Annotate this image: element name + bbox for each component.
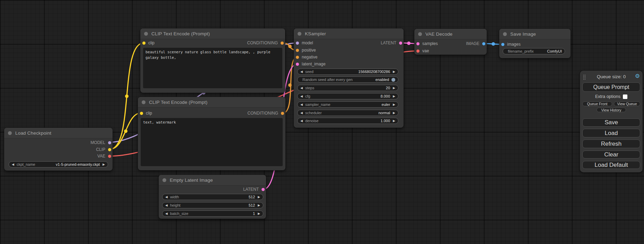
image-port-icon[interactable] — [501, 43, 504, 46]
load-button[interactable]: Load — [582, 129, 640, 137]
latent-port-icon[interactable] — [296, 63, 299, 66]
extra-options-checkbox[interactable] — [623, 94, 627, 99]
toggle-icon[interactable] — [391, 78, 395, 82]
widget-next-icon[interactable]: ▶ — [258, 196, 260, 199]
widget-prev-icon[interactable]: ◀ — [12, 163, 14, 166]
latent-port-icon[interactable] — [262, 188, 265, 191]
node-empty-latent-image[interactable]: Empty Latent Image LATENT ◀ width 512 ▶ … — [159, 175, 266, 219]
output-image[interactable]: IMAGE — [466, 41, 485, 46]
latent-port-icon[interactable] — [416, 42, 420, 45]
steps-widget[interactable]: ◀ steps 20 ▶ — [297, 85, 398, 91]
conditioning-port-icon[interactable] — [296, 49, 299, 52]
height-widget[interactable]: ◀ height 512 ▶ — [162, 202, 263, 208]
output-clip[interactable]: CLIP — [96, 147, 111, 152]
vae-port-icon[interactable] — [108, 155, 111, 158]
sampler-name-widget[interactable]: ◀ sampler_name euler ▶ — [297, 101, 398, 108]
collapse-dot-icon[interactable] — [162, 178, 166, 182]
batch-size-widget[interactable]: ◀ batch_size 1 ▶ — [162, 210, 263, 217]
clear-button[interactable]: Clear — [582, 151, 640, 159]
node-clip-text-encode-positive[interactable]: CLIP Text Encode (Prompt) clip CONDITION… — [140, 28, 285, 93]
save-button[interactable]: Save — [582, 118, 640, 127]
input-negative[interactable]: negative — [296, 55, 317, 60]
cfg-widget[interactable]: ◀ cfg 8.000 ▶ — [297, 93, 398, 99]
output-latent[interactable]: LATENT — [243, 187, 265, 192]
output-model[interactable]: MODEL — [90, 140, 111, 145]
node-vae-decode[interactable]: VAE Decode samples vae IMAGE — [414, 29, 487, 55]
node-title-bar[interactable]: Save Image — [499, 29, 571, 39]
queue-front-button[interactable]: Queue Front — [582, 101, 612, 106]
collapse-dot-icon[interactable] — [144, 32, 148, 36]
ckpt-name-widget[interactable]: ◀ ckpt_name v1-5-pruned-emaonly.ckpt ▶ — [9, 161, 108, 168]
node-title-bar[interactable]: KSampler — [294, 28, 404, 39]
widget-prev-icon[interactable]: ◀ — [300, 95, 303, 98]
widget-prev-icon[interactable]: ◀ — [165, 204, 168, 207]
scheduler-widget[interactable]: ◀ scheduler normal ▶ — [297, 110, 398, 116]
collapse-dot-icon[interactable] — [142, 100, 145, 104]
view-queue-button[interactable]: View Queue — [614, 101, 640, 106]
node-title-bar[interactable]: Load Checkpoint — [4, 128, 113, 138]
width-widget[interactable]: ◀ width 512 ▶ — [162, 194, 263, 200]
queue-prompt-button[interactable]: Queue Prompt — [582, 82, 640, 92]
seed-widget[interactable]: ◀ seed 156680208700286 ▶ — [297, 69, 398, 75]
clip-port-icon[interactable] — [140, 112, 143, 115]
prompt-textarea[interactable]: beautiful scenery nature glass bottle la… — [143, 48, 282, 88]
model-port-icon[interactable] — [296, 42, 299, 45]
node-ksampler[interactable]: KSampler model positive negative latent_… — [294, 28, 404, 128]
prompt-textarea[interactable]: text, watermark — [141, 118, 283, 166]
widget-next-icon[interactable]: ▶ — [393, 95, 395, 98]
widget-next-icon[interactable]: ▶ — [393, 103, 395, 106]
node-title-bar[interactable]: CLIP Text Encode (Prompt) — [140, 28, 285, 39]
widget-next-icon[interactable]: ▶ — [258, 212, 260, 215]
widget-prev-icon[interactable]: ◀ — [300, 119, 303, 123]
output-latent[interactable]: LATENT — [381, 40, 402, 45]
input-clip[interactable]: clip — [140, 111, 152, 116]
collapse-dot-icon[interactable] — [503, 32, 507, 36]
node-title-bar[interactable]: Empty Latent Image — [159, 175, 266, 186]
image-port-icon[interactable] — [482, 42, 485, 45]
collapse-dot-icon[interactable] — [8, 131, 12, 135]
output-conditioning[interactable]: CONDITIONING — [247, 40, 284, 45]
vae-port-icon[interactable] — [416, 49, 420, 53]
widget-prev-icon[interactable]: ◀ — [300, 111, 303, 115]
widget-prev-icon[interactable]: ◀ — [300, 70, 303, 73]
input-model[interactable]: model — [296, 40, 313, 45]
comfyui-canvas[interactable]: { "port_colors": { "model": "#b39ddb", "… — [0, 0, 644, 244]
queue-panel[interactable]: Queue size: 0 ⚙ Queue Prompt Extra optio… — [580, 71, 643, 172]
clip-port-icon[interactable] — [142, 42, 145, 45]
widget-next-icon[interactable]: ▶ — [393, 87, 395, 90]
clip-port-icon[interactable] — [108, 148, 111, 151]
model-port-icon[interactable] — [108, 141, 111, 144]
node-clip-text-encode-negative[interactable]: CLIP Text Encode (Prompt) clip CONDITION… — [138, 97, 285, 170]
widget-prev-icon[interactable]: ◀ — [165, 196, 168, 199]
gear-icon[interactable]: ⚙ — [635, 73, 640, 79]
random-seed-widget[interactable]: Random seed after every gen enabled — [297, 76, 398, 83]
input-positive[interactable]: positive — [296, 48, 316, 53]
refresh-button[interactable]: Refresh — [582, 139, 640, 148]
widget-next-icon[interactable]: ▶ — [393, 111, 395, 115]
input-samples[interactable]: samples — [416, 41, 438, 46]
node-save-image[interactable]: Save Image images filename_prefix ComfyU… — [499, 29, 571, 58]
widget-prev-icon[interactable]: ◀ — [165, 212, 168, 215]
filename-prefix-widget[interactable]: filename_prefix ComfyUI — [503, 48, 565, 54]
latent-port-icon[interactable] — [399, 42, 402, 45]
input-vae[interactable]: vae — [416, 48, 429, 53]
collapse-dot-icon[interactable] — [298, 32, 301, 36]
conditioning-port-icon[interactable] — [281, 42, 284, 45]
load-default-button[interactable]: Load Default — [582, 161, 640, 169]
node-title-bar[interactable]: CLIP Text Encode (Prompt) — [138, 97, 285, 108]
output-vae[interactable]: VAE — [97, 154, 111, 159]
input-latent-image[interactable]: latent_image — [296, 62, 326, 66]
conditioning-port-icon[interactable] — [296, 56, 299, 59]
denoise-widget[interactable]: ◀ denoise 1.000 ▶ — [297, 118, 398, 124]
widget-prev-icon[interactable]: ◀ — [300, 103, 303, 106]
conditioning-port-icon[interactable] — [281, 112, 284, 115]
widget-next-icon[interactable]: ▶ — [103, 163, 105, 166]
node-load-checkpoint[interactable]: Load Checkpoint MODEL CLIP VAE ◀ ckpt_na… — [4, 128, 113, 171]
view-history-button[interactable]: View History — [597, 108, 626, 112]
input-clip[interactable]: clip — [142, 40, 155, 45]
widget-next-icon[interactable]: ▶ — [393, 70, 395, 73]
widget-next-icon[interactable]: ▶ — [258, 204, 260, 207]
widget-next-icon[interactable]: ▶ — [393, 119, 395, 123]
collapse-dot-icon[interactable] — [418, 32, 422, 36]
node-title-bar[interactable]: VAE Decode — [414, 29, 487, 39]
